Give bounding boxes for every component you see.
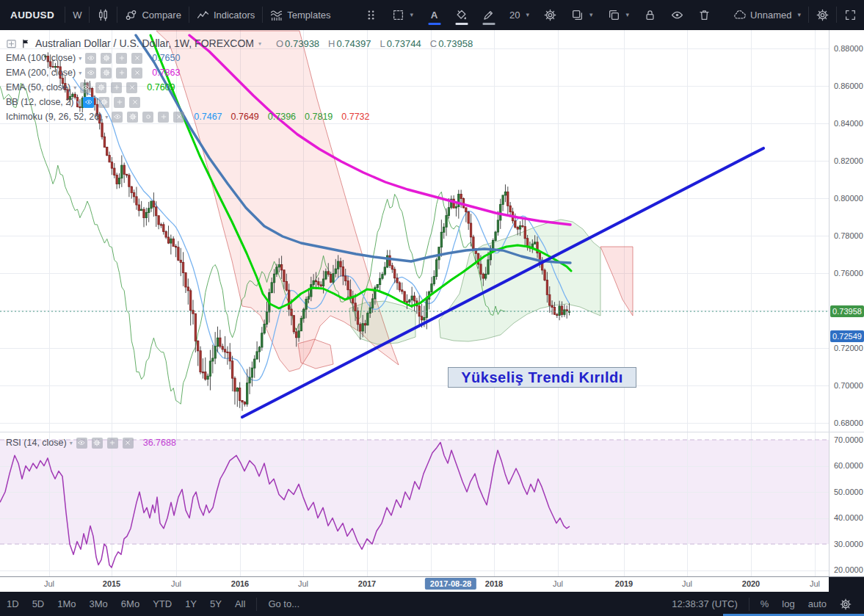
pane-separator[interactable]: [0, 432, 864, 432]
time-axis-year-label: 2016: [231, 579, 249, 588]
cross-icon[interactable]: [173, 112, 184, 123]
gear-icon[interactable]: [92, 438, 103, 449]
time-axis-month-label: Jul: [171, 579, 181, 588]
chevron-down-icon[interactable]: ▾: [73, 84, 76, 91]
range-button-1y[interactable]: 1Y: [178, 592, 203, 616]
chevron-down-icon[interactable]: ▾: [105, 114, 108, 120]
cross-icon[interactable]: [131, 53, 142, 64]
time-axis[interactable]: Jul2015Jul2016Jul20172018Jul2019Jul2020J…: [0, 577, 829, 592]
interval-button[interactable]: W: [65, 0, 89, 29]
gear-icon[interactable]: [127, 112, 138, 123]
indicator-values: 36.7688: [143, 438, 176, 448]
compare-button[interactable]: Compare: [117, 0, 188, 29]
plus-icon[interactable]: [107, 438, 118, 449]
range-button-3mo[interactable]: 3Mo: [83, 592, 115, 616]
toolbar-separator: [749, 598, 749, 611]
fill-color-tool[interactable]: [448, 0, 475, 29]
indicator-name[interactable]: BB (12, close, 2): [6, 97, 73, 107]
toolbar-button-label: Indicators: [214, 10, 255, 21]
range-button-ytd[interactable]: YTD: [146, 592, 178, 616]
settings-gear-icon[interactable]: [809, 0, 836, 29]
chart-style-button[interactable]: [90, 0, 117, 29]
gear-icon[interactable]: [101, 53, 112, 64]
indicator-name[interactable]: EMA (100, close): [6, 53, 76, 63]
delete-drawing-button[interactable]: [691, 0, 718, 29]
chevron-down-icon[interactable]: ▾: [258, 40, 261, 47]
eye-icon[interactable]: [85, 68, 96, 79]
clock-label[interactable]: 12:38:37 (UTC): [665, 592, 744, 616]
price-axis-label: 0.84000: [834, 119, 863, 128]
plus-icon[interactable]: [158, 112, 169, 123]
chevron-down-icon[interactable]: ▾: [79, 55, 81, 62]
percent-scale-button[interactable]: %: [754, 592, 776, 616]
gear-icon[interactable]: [95, 82, 106, 93]
range-button-5d[interactable]: 5D: [26, 592, 51, 616]
bottom-toolbar: 1D5D1Mo3Mo6MoYTD1Y5YAllGo to... 12:38:37…: [0, 592, 864, 616]
price-axis-label: 60.0000: [834, 461, 863, 470]
range-button-5y[interactable]: 5Y: [203, 592, 228, 616]
flag-icon[interactable]: [21, 39, 31, 48]
cross-icon[interactable]: [126, 82, 137, 93]
layout-name-button[interactable]: Unnamed▾: [726, 0, 808, 29]
templates-button[interactable]: Templates: [263, 0, 338, 29]
rsi-chart-canvas[interactable]: [0, 432, 829, 577]
settings-gear-icon[interactable]: [833, 592, 858, 616]
plus-icon[interactable]: [116, 53, 127, 64]
indicator-name[interactable]: EMA (200, close): [6, 68, 76, 78]
plus-icon[interactable]: [116, 68, 127, 79]
cross-icon[interactable]: [129, 97, 140, 108]
gear-icon[interactable]: [101, 68, 112, 79]
indicators-button[interactable]: Indicators: [189, 0, 262, 29]
eye-icon[interactable]: [83, 97, 94, 108]
range-button-1d[interactable]: 1D: [0, 592, 26, 616]
range-button-1mo[interactable]: 1Mo: [51, 592, 82, 616]
eye-icon[interactable]: [80, 82, 91, 93]
line-color-tool[interactable]: [475, 0, 502, 29]
scale-buttons-group: 12:38:37 (UTC)%logauto: [665, 592, 858, 616]
time-axis-year-label: 2020: [742, 579, 760, 588]
indicator-legend-row: Ichimoku (9, 26, 52, 26)▾0.74670.76490.7…: [6, 109, 473, 124]
range-button-all[interactable]: All: [228, 592, 252, 616]
indicator-name[interactable]: Ichimoku (9, 26, 52, 26): [6, 112, 102, 122]
symbol-title[interactable]: Australian Dollar / U.S. Dollar, 1W, FOR…: [35, 37, 254, 49]
hide-drawing-button[interactable]: [664, 0, 691, 29]
circle-icon[interactable]: [142, 112, 153, 123]
lock-drawing-button[interactable]: [636, 0, 664, 29]
indicator-legend-row: EMA (100, close)▾0.7650: [6, 51, 473, 65]
range-button-6mo[interactable]: 6Mo: [115, 592, 146, 616]
indicator-name[interactable]: EMA (50, close): [6, 82, 70, 93]
text-color-tool[interactable]: A: [421, 0, 448, 29]
layout-box-icon[interactable]: [6, 38, 17, 49]
fullscreen-button[interactable]: [837, 0, 864, 29]
rsi-pane[interactable]: RSI (14, close)▾36.7688: [0, 432, 829, 577]
symbol-button[interactable]: AUDUSD: [0, 0, 65, 29]
main-chart-pane[interactable]: Australian Dollar / U.S. Dollar, 1W, FOR…: [0, 30, 829, 432]
selection-mode-button[interactable]: ▾: [385, 0, 421, 29]
eye-icon[interactable]: [85, 53, 96, 64]
indicator-name[interactable]: RSI (14, close): [6, 438, 67, 448]
log-scale-button[interactable]: log: [775, 592, 801, 616]
cross-icon[interactable]: [123, 438, 134, 449]
price-axis[interactable]: 0.880000.860000.840000.820000.800000.780…: [829, 30, 864, 576]
auto-scale-button[interactable]: auto: [802, 592, 833, 616]
price-axis-label: 0.76000: [834, 269, 863, 278]
eye-icon[interactable]: [76, 438, 87, 449]
trend-annotation-text[interactable]: Yükseliş Trendi Kırıldı: [448, 367, 636, 388]
clone-drawing-button[interactable]: ▾: [600, 0, 637, 29]
chevron-down-icon[interactable]: ▾: [76, 99, 79, 106]
plus-icon[interactable]: [111, 82, 122, 93]
chevron-down-icon[interactable]: ▾: [79, 70, 81, 76]
goto-button[interactable]: Go to...: [261, 592, 306, 616]
bring-order-button[interactable]: ▾: [564, 0, 600, 29]
drawing-settings-button[interactable]: [537, 0, 564, 29]
layout-grid-button[interactable]: [357, 0, 385, 29]
layers-icon: [571, 9, 584, 21]
eye-icon[interactable]: [112, 112, 123, 123]
plus-icon[interactable]: [114, 97, 125, 108]
top-toolbar: AUDUSDWCompareIndicatorsTemplates▾ A20▾▾…: [0, 0, 864, 29]
cross-icon[interactable]: [131, 68, 142, 79]
chevron-down-icon[interactable]: ▾: [70, 440, 73, 446]
time-axis-border: [0, 576, 864, 577]
gear-icon[interactable]: [98, 97, 109, 108]
font-size-select[interactable]: 20▾: [502, 0, 537, 29]
